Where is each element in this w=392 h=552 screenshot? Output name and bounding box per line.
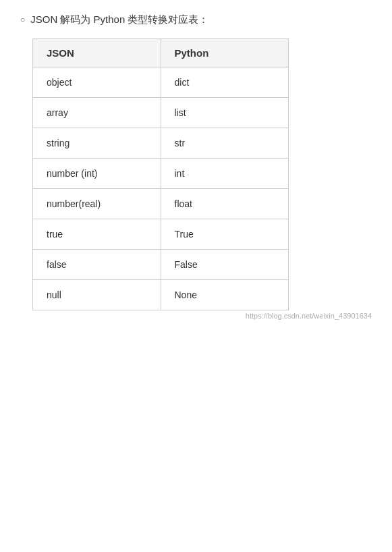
cell-json: true (33, 219, 161, 250)
intro-text: JSON 解码为 Python 类型转换对应表： (30, 13, 208, 26)
cell-json: string (33, 128, 161, 159)
cell-python: None (161, 280, 288, 310)
cell-python: dict (161, 67, 288, 98)
table-row: nullNone (33, 280, 288, 310)
header-python: Python (161, 39, 288, 67)
table-row: stringstr (33, 128, 288, 159)
cell-json: number(real) (33, 189, 161, 219)
cell-python: int (161, 159, 288, 189)
bullet-icon: ○ (20, 15, 25, 24)
cell-json: array (33, 98, 161, 128)
table-row: objectdict (33, 67, 288, 98)
conversion-table-wrapper: JSON Python objectdictarrayliststringstr… (32, 38, 289, 310)
table-row: trueTrue (33, 219, 288, 250)
cell-python: float (161, 189, 288, 219)
cell-python: False (161, 250, 288, 280)
table-row: number(real)float (33, 189, 288, 219)
header-json: JSON (33, 39, 161, 67)
table-row: number (int)int (33, 159, 288, 189)
table-row: falseFalse (33, 250, 288, 280)
cell-python: list (161, 98, 288, 128)
conversion-table: JSON Python objectdictarrayliststringstr… (33, 39, 288, 310)
cell-python: str (161, 128, 288, 159)
watermark: https://blog.csdn.net/weixin_43901634 (32, 312, 372, 320)
cell-json: number (int) (33, 159, 161, 189)
cell-json: null (33, 280, 161, 310)
table-row: arraylist (33, 98, 288, 128)
cell-python: True (161, 219, 288, 250)
intro-line: ○ JSON 解码为 Python 类型转换对应表： (20, 13, 372, 26)
cell-json: object (33, 67, 161, 98)
cell-json: false (33, 250, 161, 280)
table-header-row: JSON Python (33, 39, 288, 67)
